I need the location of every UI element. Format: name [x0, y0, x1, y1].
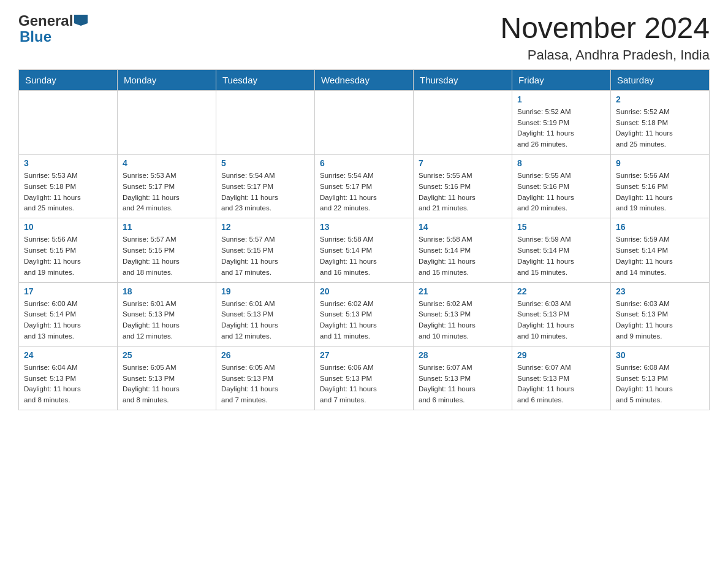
day-info: Sunrise: 6:07 AMSunset: 5:13 PMDaylight:… [517, 362, 605, 406]
day-number: 5 [221, 158, 309, 168]
calendar-cell: 21Sunrise: 6:02 AMSunset: 5:13 PMDayligh… [414, 282, 512, 346]
day-number: 18 [123, 286, 211, 296]
day-info: Sunrise: 6:01 AMSunset: 5:13 PMDaylight:… [123, 299, 211, 342]
day-info: Sunrise: 5:54 AMSunset: 5:17 PMDaylight:… [221, 170, 309, 214]
weekday-header-sunday: Sunday [19, 69, 118, 90]
calendar-cell: 5Sunrise: 5:54 AMSunset: 5:17 PMDaylight… [216, 155, 315, 218]
day-info: Sunrise: 5:58 AMSunset: 5:14 PMDaylight:… [320, 234, 408, 278]
day-number: 29 [517, 350, 605, 360]
day-info: Sunrise: 6:02 AMSunset: 5:13 PMDaylight:… [320, 299, 408, 342]
day-info: Sunrise: 6:02 AMSunset: 5:13 PMDaylight:… [419, 299, 507, 342]
calendar-cell: 14Sunrise: 5:58 AMSunset: 5:14 PMDayligh… [414, 218, 512, 282]
day-number: 10 [24, 222, 112, 232]
weekday-header-wednesday: Wednesday [315, 69, 414, 90]
day-info: Sunrise: 5:57 AMSunset: 5:15 PMDaylight:… [123, 234, 211, 278]
calendar-cell: 3Sunrise: 5:53 AMSunset: 5:18 PMDaylight… [19, 155, 118, 218]
calendar-cell: 4Sunrise: 5:53 AMSunset: 5:17 PMDaylight… [118, 155, 216, 218]
day-info: Sunrise: 6:03 AMSunset: 5:13 PMDaylight:… [616, 299, 704, 342]
logo-blue-text: Blue [18, 28, 88, 45]
day-number: 26 [221, 350, 309, 360]
day-info: Sunrise: 5:56 AMSunset: 5:16 PMDaylight:… [616, 170, 704, 214]
day-number: 25 [123, 350, 211, 360]
calendar-cell: 1Sunrise: 5:52 AMSunset: 5:19 PMDaylight… [512, 90, 611, 154]
day-number: 9 [616, 158, 704, 168]
logo: General Blue [18, 12, 88, 45]
calendar-cell: 13Sunrise: 5:58 AMSunset: 5:14 PMDayligh… [315, 218, 414, 282]
day-number: 7 [419, 158, 507, 168]
svg-marker-0 [74, 15, 88, 26]
day-number: 19 [221, 286, 309, 296]
calendar-cell: 10Sunrise: 5:56 AMSunset: 5:15 PMDayligh… [19, 218, 118, 282]
calendar-cell: 27Sunrise: 6:06 AMSunset: 5:13 PMDayligh… [315, 346, 414, 410]
day-number: 14 [419, 222, 507, 232]
day-info: Sunrise: 5:58 AMSunset: 5:14 PMDaylight:… [419, 234, 507, 278]
day-info: Sunrise: 6:07 AMSunset: 5:13 PMDaylight:… [419, 362, 507, 406]
calendar-cell: 28Sunrise: 6:07 AMSunset: 5:13 PMDayligh… [414, 346, 512, 410]
calendar-table: SundayMondayTuesdayWednesdayThursdayFrid… [18, 69, 710, 410]
day-info: Sunrise: 5:52 AMSunset: 5:19 PMDaylight:… [517, 107, 605, 150]
day-info: Sunrise: 5:55 AMSunset: 5:16 PMDaylight:… [517, 170, 605, 214]
calendar-cell: 25Sunrise: 6:05 AMSunset: 5:13 PMDayligh… [118, 346, 216, 410]
day-info: Sunrise: 6:05 AMSunset: 5:13 PMDaylight:… [221, 362, 309, 406]
week-row-3: 10Sunrise: 5:56 AMSunset: 5:15 PMDayligh… [19, 218, 710, 282]
day-number: 3 [24, 158, 112, 168]
weekday-header-tuesday: Tuesday [216, 69, 315, 90]
calendar-cell [118, 90, 216, 154]
day-info: Sunrise: 6:08 AMSunset: 5:13 PMDaylight:… [616, 362, 704, 406]
calendar-cell: 24Sunrise: 6:04 AMSunset: 5:13 PMDayligh… [19, 346, 118, 410]
weekday-header-monday: Monday [118, 69, 216, 90]
calendar-cell [216, 90, 315, 154]
calendar-cell: 11Sunrise: 5:57 AMSunset: 5:15 PMDayligh… [118, 218, 216, 282]
calendar-cell: 18Sunrise: 6:01 AMSunset: 5:13 PMDayligh… [118, 282, 216, 346]
day-info: Sunrise: 6:04 AMSunset: 5:13 PMDaylight:… [24, 362, 112, 406]
day-info: Sunrise: 5:59 AMSunset: 5:14 PMDaylight:… [517, 234, 605, 278]
calendar-cell: 12Sunrise: 5:57 AMSunset: 5:15 PMDayligh… [216, 218, 315, 282]
day-info: Sunrise: 6:00 AMSunset: 5:14 PMDaylight:… [24, 299, 112, 342]
calendar-cell: 17Sunrise: 6:00 AMSunset: 5:14 PMDayligh… [19, 282, 118, 346]
calendar-cell: 20Sunrise: 6:02 AMSunset: 5:13 PMDayligh… [315, 282, 414, 346]
calendar-cell: 23Sunrise: 6:03 AMSunset: 5:13 PMDayligh… [611, 282, 710, 346]
day-number: 8 [517, 158, 605, 168]
day-number: 15 [517, 222, 605, 232]
day-number: 11 [123, 222, 211, 232]
day-number: 4 [123, 158, 211, 168]
day-number: 16 [616, 222, 704, 232]
weekday-header-saturday: Saturday [611, 69, 710, 90]
day-number: 21 [419, 286, 507, 296]
calendar-cell: 2Sunrise: 5:52 AMSunset: 5:18 PMDaylight… [611, 90, 710, 154]
day-info: Sunrise: 5:55 AMSunset: 5:16 PMDaylight:… [419, 170, 507, 214]
calendar-cell: 8Sunrise: 5:55 AMSunset: 5:16 PMDaylight… [512, 155, 611, 218]
calendar-cell: 22Sunrise: 6:03 AMSunset: 5:13 PMDayligh… [512, 282, 611, 346]
calendar-title: November 2024 [500, 12, 710, 45]
day-number: 30 [616, 350, 704, 360]
logo-general-text: General [18, 12, 73, 29]
day-number: 6 [320, 158, 408, 168]
day-number: 13 [320, 222, 408, 232]
day-info: Sunrise: 6:06 AMSunset: 5:13 PMDaylight:… [320, 362, 408, 406]
week-row-1: 1Sunrise: 5:52 AMSunset: 5:19 PMDaylight… [19, 90, 710, 154]
day-number: 12 [221, 222, 309, 232]
week-row-5: 24Sunrise: 6:04 AMSunset: 5:13 PMDayligh… [19, 346, 710, 410]
calendar-subtitle: Palasa, Andhra Pradesh, India [500, 47, 710, 63]
day-info: Sunrise: 5:57 AMSunset: 5:15 PMDaylight:… [221, 234, 309, 278]
weekday-header-thursday: Thursday [414, 69, 512, 90]
day-info: Sunrise: 6:01 AMSunset: 5:13 PMDaylight:… [221, 299, 309, 342]
day-number: 27 [320, 350, 408, 360]
calendar-cell [315, 90, 414, 154]
day-number: 17 [24, 286, 112, 296]
calendar-cell: 6Sunrise: 5:54 AMSunset: 5:17 PMDaylight… [315, 155, 414, 218]
calendar-cell: 16Sunrise: 5:59 AMSunset: 5:14 PMDayligh… [611, 218, 710, 282]
day-info: Sunrise: 5:56 AMSunset: 5:15 PMDaylight:… [24, 234, 112, 278]
calendar-cell [19, 90, 118, 154]
calendar-header-row: SundayMondayTuesdayWednesdayThursdayFrid… [19, 69, 710, 90]
day-number: 2 [616, 94, 704, 104]
calendar-cell: 15Sunrise: 5:59 AMSunset: 5:14 PMDayligh… [512, 218, 611, 282]
day-info: Sunrise: 5:59 AMSunset: 5:14 PMDaylight:… [616, 234, 704, 278]
day-number: 22 [517, 286, 605, 296]
week-row-2: 3Sunrise: 5:53 AMSunset: 5:18 PMDaylight… [19, 155, 710, 218]
day-number: 1 [517, 94, 605, 104]
calendar-cell: 7Sunrise: 5:55 AMSunset: 5:16 PMDaylight… [414, 155, 512, 218]
page-header: General Blue November 2024 Palasa, Andhr… [18, 12, 710, 63]
calendar-cell [414, 90, 512, 154]
weekday-header-friday: Friday [512, 69, 611, 90]
